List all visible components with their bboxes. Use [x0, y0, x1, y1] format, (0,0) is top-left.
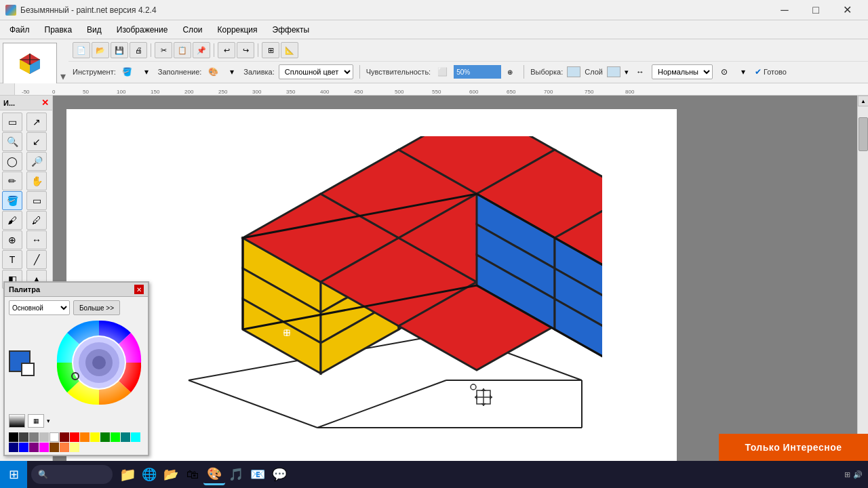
tool-pencil[interactable]: ✏ — [2, 171, 22, 190]
save-button[interactable]: 💾 — [111, 42, 128, 58]
canvas-area[interactable] — [53, 96, 857, 470]
pattern-btn[interactable]: ▦ — [28, 414, 44, 428]
fill-icon[interactable]: 🎨 — [205, 64, 220, 79]
color-maroon[interactable] — [60, 432, 69, 442]
menu-effects[interactable]: Эффекты — [266, 24, 317, 36]
grid-button[interactable]: ⊞ — [262, 42, 279, 58]
open-button[interactable]: 📂 — [92, 42, 109, 58]
tool-icon2[interactable]: ▾ — [139, 64, 154, 79]
start-button[interactable]: ⊞ — [0, 461, 27, 488]
taskbar-file-explorer[interactable]: 📁 — [117, 464, 138, 485]
tool-eraser[interactable]: 🖊 — [26, 211, 47, 230]
color-gray[interactable] — [29, 432, 39, 442]
color-cyan[interactable] — [131, 432, 140, 442]
tools-close-button[interactable]: ✕ — [41, 98, 49, 108]
redo-button[interactable]: ↪ — [237, 42, 254, 58]
scrollbar-thumb[interactable] — [859, 117, 868, 151]
color-lime[interactable] — [111, 432, 120, 442]
menu-view[interactable]: Вид — [80, 24, 108, 36]
color-white[interactable] — [50, 432, 59, 442]
color-orange[interactable] — [80, 432, 90, 442]
color-blue[interactable] — [19, 443, 28, 452]
secondary-color-swatch[interactable] — [21, 363, 35, 376]
tab-area: ▾ — [0, 39, 68, 83]
taskbar-folder[interactable]: 📂 — [160, 464, 182, 485]
color-yellow[interactable] — [90, 432, 100, 442]
mode-icon2[interactable]: ⊙ — [717, 64, 732, 79]
taskbar-paint[interactable]: 🎨 — [203, 464, 225, 485]
color-wheel[interactable] — [55, 319, 143, 407]
color-black[interactable] — [9, 432, 18, 442]
palette-title: Палитра — [9, 285, 40, 293]
new-button[interactable]: 📄 — [73, 42, 90, 58]
fill-type-select[interactable]: Сплошной цвет — [279, 64, 353, 79]
canvas-tab[interactable] — [3, 43, 57, 83]
primary-color-swatch[interactable] — [9, 350, 31, 372]
selection-label: Выборка: — [530, 68, 563, 76]
color-green[interactable] — [100, 432, 110, 442]
more-button[interactable]: Больше >> — [73, 300, 120, 315]
color-purple[interactable] — [29, 443, 39, 452]
vertical-scrollbar[interactable]: ▲ ▼ — [857, 96, 868, 470]
taskbar-mail[interactable]: 📧 — [247, 464, 269, 485]
sep4 — [359, 65, 360, 79]
color-teal[interactable] — [121, 432, 130, 442]
color-silver[interactable] — [39, 432, 49, 442]
canvas[interactable] — [66, 109, 677, 470]
tool-hand[interactable]: ✋ — [26, 171, 47, 190]
zoom-up[interactable]: ⊕ — [502, 64, 517, 79]
tool-rectangle-select[interactable]: ▭ — [2, 113, 22, 131]
sensitivity-icon[interactable]: ⬜ — [435, 64, 450, 79]
gradient-btn[interactable] — [9, 414, 25, 428]
minimize-button[interactable]: ─ — [769, 0, 800, 20]
tool-move[interactable]: ↗ — [26, 113, 47, 131]
copy-button[interactable]: 📋 — [174, 42, 191, 58]
color-navy[interactable] — [9, 443, 18, 452]
tool-pan[interactable]: ↙ — [26, 132, 47, 151]
ruler-button[interactable]: 📐 — [281, 42, 298, 58]
mode-icon3[interactable]: ▾ — [736, 64, 751, 79]
paste-button[interactable]: 📌 — [193, 42, 210, 58]
maximize-button[interactable]: □ — [800, 0, 831, 20]
cut-button[interactable]: ✂ — [155, 42, 172, 58]
tool-line[interactable]: ╱ — [26, 250, 47, 269]
color-lightyellow[interactable] — [70, 443, 79, 452]
palette-mode-select[interactable]: Основной — [9, 300, 70, 315]
tool-ellipse[interactable]: ◯ — [2, 152, 22, 171]
color-magenta[interactable] — [39, 443, 49, 452]
menu-image[interactable]: Изображение — [110, 24, 175, 36]
tab-dropdown[interactable]: ▾ — [60, 70, 66, 83]
color-salmon[interactable] — [60, 443, 69, 452]
undo-button[interactable]: ↩ — [218, 42, 235, 58]
color-red[interactable] — [70, 432, 79, 442]
tool-text[interactable]: T — [2, 250, 22, 269]
tool-paint-bucket[interactable]: 🪣 — [2, 191, 22, 210]
tool-brush[interactable]: 🖌 — [2, 211, 22, 230]
tool-stamp[interactable]: ⊕ — [2, 230, 22, 249]
tool-zoom-in[interactable]: 🔎 — [26, 152, 47, 171]
layer-dropdown[interactable]: ▾ — [625, 68, 629, 77]
color-darkgray[interactable] — [19, 432, 28, 442]
tool-zoom[interactable]: 🔍 — [2, 132, 22, 151]
tool-icon[interactable]: 🪣 — [120, 64, 135, 79]
menu-file[interactable]: Файл — [3, 24, 37, 36]
extra-dropdown[interactable]: ▾ — [47, 418, 50, 424]
print-button[interactable]: 🖨 — [130, 42, 147, 58]
mode-select[interactable]: Нормальный — [652, 64, 713, 79]
fill-icon2[interactable]: ▾ — [224, 64, 239, 79]
menu-edit[interactable]: Правка — [38, 24, 79, 36]
color-brown[interactable] — [50, 443, 59, 452]
taskbar-teams[interactable]: 💬 — [269, 464, 290, 485]
taskbar-media[interactable]: 🎵 — [225, 464, 247, 485]
menu-correction[interactable]: Коррекция — [211, 24, 264, 36]
taskbar-store[interactable]: 🛍 — [182, 464, 203, 485]
tool-recolor[interactable]: ↔ — [26, 230, 47, 249]
taskbar-edge[interactable]: 🌐 — [138, 464, 160, 485]
mode-icon[interactable]: ↔ — [633, 64, 648, 79]
scroll-up-button[interactable]: ▲ — [858, 96, 868, 106]
tool-gradient[interactable]: ▭ — [26, 191, 47, 210]
palette-close-button[interactable]: ✕ — [134, 285, 144, 294]
close-button[interactable]: ✕ — [831, 0, 863, 20]
menu-layers[interactable]: Слои — [176, 24, 209, 36]
taskbar-search[interactable]: 🔍 — [31, 465, 113, 484]
